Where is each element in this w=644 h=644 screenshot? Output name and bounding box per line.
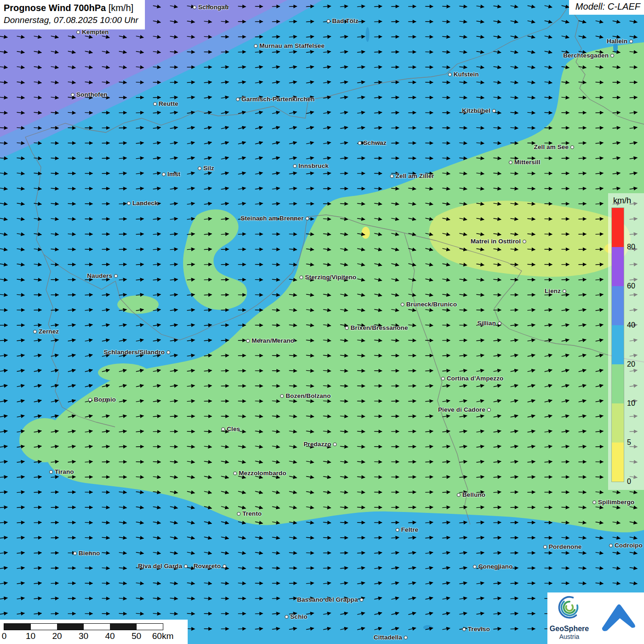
map-title-unit: [km/h] xyxy=(106,3,133,13)
map-scale-bar: 0102030405060km xyxy=(0,620,188,644)
model-label: Modell: C-LAEF xyxy=(569,0,644,15)
scale-bar-segment xyxy=(4,624,31,630)
scale-bar-tick-label: 60km xyxy=(152,631,173,641)
legend-color-band xyxy=(612,403,624,443)
map-title-box: Prognose Wind 700hPa [km/h] Donnerstag, … xyxy=(0,0,145,29)
legend-color-bar xyxy=(612,208,624,482)
scale-bar-segment xyxy=(84,624,110,630)
wind-forecast-map: SchongauBad TölzKemptenMurnau am Staffel… xyxy=(0,0,644,644)
map-datetime: Donnerstag, 07.08.2025 10:00 Uhr xyxy=(4,14,138,26)
geosphere-logo-org: GeoSphere xyxy=(547,625,591,633)
scale-bar-segment xyxy=(57,624,84,630)
wind-field-green-patch xyxy=(56,437,88,463)
scale-bar-segments xyxy=(4,623,163,630)
geosphere-logo-left: GeoSphere Austria xyxy=(547,592,591,644)
scale-bar-segment xyxy=(31,624,58,630)
map-title-product: Prognose Wind 700hPa xyxy=(4,3,106,13)
scale-bar-tick-label: 30 xyxy=(79,631,88,641)
legend-tick-label: 40 xyxy=(627,321,635,329)
scale-bar-tick-label: 40 xyxy=(105,631,115,641)
wind-field-green-patch xyxy=(98,363,149,382)
wind-field-yellow-spot xyxy=(362,227,370,239)
scale-bar-tick-label: 20 xyxy=(52,631,62,641)
legend-color-band xyxy=(612,443,624,482)
legend-tick-label: 5 xyxy=(627,438,631,447)
legend-unit-label: km/h xyxy=(613,196,631,206)
scale-bar-tick-label: 0 xyxy=(2,631,7,641)
geosphere-logo-right xyxy=(591,592,644,644)
legend-tick-label: 10 xyxy=(627,399,635,408)
legend-color-band xyxy=(612,208,624,247)
scale-bar-tick-label: 50 xyxy=(132,631,141,641)
scale-bar-segment xyxy=(110,624,137,630)
wind-field-green-patch xyxy=(117,295,159,314)
legend-color-band xyxy=(612,364,624,403)
geosphere-arrow-icon xyxy=(595,598,641,639)
map-title: Prognose Wind 700hPa [km/h] xyxy=(4,2,138,14)
map-canvas xyxy=(0,0,644,644)
legend-tick-label: 80 xyxy=(627,243,635,251)
legend-tick-label: 20 xyxy=(627,360,635,368)
scale-bar-segment xyxy=(137,624,163,630)
legend-tick-label: 0 xyxy=(627,477,631,486)
geosphere-swirl-icon xyxy=(555,594,584,622)
geosphere-logo-country: Austria xyxy=(547,633,591,640)
legend-color-band xyxy=(612,247,624,286)
color-legend: km/h 806040201050 xyxy=(608,193,644,490)
legend-color-band xyxy=(612,286,624,325)
legend-tick-label: 60 xyxy=(627,282,635,290)
geosphere-logo: GeoSphere Austria xyxy=(547,592,644,644)
scale-bar-tick-label: 10 xyxy=(26,631,35,641)
legend-color-band xyxy=(612,325,624,364)
